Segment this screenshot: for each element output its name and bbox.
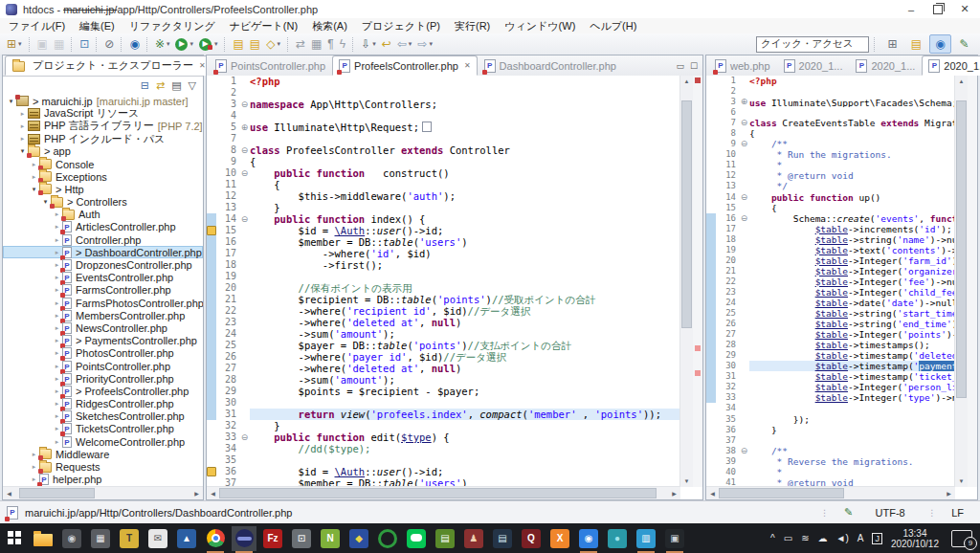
onedrive-icon[interactable]: ☁ (818, 533, 828, 543)
code-line[interactable]: 28 $table->timestamps(); (706, 340, 955, 350)
vertical-scrollbar[interactable]: ▲▼ (679, 76, 693, 487)
horizontal-scrollbar[interactable]: ◀▶ (207, 486, 680, 499)
tree-item[interactable]: ▸WelcomeController.php (3, 435, 203, 448)
remote-desktop-app[interactable]: ⊡ (289, 526, 314, 551)
mail-app[interactable]: ✉ (145, 526, 170, 551)
debug-button[interactable]: ※▾ (153, 35, 172, 53)
code-line[interactable]: 20 //保有ポイントの表示用 (207, 282, 680, 294)
code-line[interactable]: 21 $table->Integer('organizer_id')- (706, 266, 955, 276)
code-line[interactable]: 13 } (207, 202, 680, 213)
menu-item[interactable]: 検索(A) (312, 19, 347, 33)
code-line[interactable]: 2 (207, 87, 680, 99)
xampp[interactable]: X (547, 526, 572, 551)
maximize-view-icon[interactable]: ☐ (690, 61, 698, 71)
code-line[interactable]: 9⊖ /** (706, 139, 955, 149)
editor-tab[interactable]: 2020_1...✕ (922, 55, 980, 76)
show-whitespace-button[interactable]: ¶ (325, 35, 335, 53)
console-button[interactable]: ⊡ (78, 35, 91, 53)
code-line[interactable]: 1<?php (706, 76, 955, 86)
battery-icon[interactable]: ▭ (784, 533, 792, 543)
expand-arrow-icon[interactable]: ▸ (18, 135, 27, 143)
eclipse[interactable] (232, 526, 256, 551)
code-line[interactable]: 40 * (706, 467, 955, 477)
code-line[interactable]: 26 ->where('payer_id', $id)//データ選択 (207, 351, 680, 363)
expand-arrow-icon[interactable]: ▸ (30, 161, 38, 168)
collapsed-region-icon[interactable] (422, 122, 432, 132)
code-line[interactable]: 3⊖namespace App\Http\Controllers; (207, 99, 680, 110)
tree-item[interactable]: ▸> DashboardController.php (3, 246, 203, 258)
external-tools-button[interactable]: ◉ (127, 35, 141, 53)
tree-item[interactable]: ▸> ProfeelsController.php (3, 385, 203, 397)
open-php-file-button[interactable]: ▤ (231, 35, 245, 53)
back-button[interactable]: ⇦▾ (395, 35, 414, 53)
tree-item[interactable]: ▸DropzonesController.php (3, 258, 203, 271)
menu-item[interactable]: プロジェクト(P) (362, 19, 440, 33)
code-line[interactable]: 27 $table->Integer('points')->nulla (706, 329, 955, 340)
code-line[interactable]: 37 (706, 435, 955, 446)
menu-item[interactable]: 編集(E) (79, 19, 115, 33)
map-pin-app[interactable]: ◉ (576, 526, 601, 551)
tree-item[interactable]: ▸PriorityController.php (3, 372, 203, 385)
start-button[interactable] (2, 526, 27, 551)
docs-app[interactable]: ▥ (634, 526, 658, 551)
code-line[interactable]: 11 { (207, 179, 680, 190)
tree-item[interactable]: ▸RidgesController.php (3, 398, 203, 410)
line-app[interactable] (404, 526, 429, 551)
filters-icon[interactable]: ▤ (171, 80, 181, 91)
scroll-right-icon[interactable]: ▶ (190, 487, 203, 499)
scroll-down-icon[interactable]: ▼ (955, 476, 968, 487)
code-line[interactable]: 12 $this->middleware('auth'); (207, 190, 680, 202)
code-line[interactable]: 39 * Reverse the migrations. (706, 456, 955, 467)
code-line[interactable]: 7⊖class CreateEventsTable extends Migrat… (706, 118, 955, 128)
code-line[interactable]: 8⊖class ProfeelsController extends Contr… (207, 144, 680, 156)
code-line[interactable]: 38⊖ /** (706, 446, 955, 456)
code-line[interactable]: 25 $payer = DB::table('points')//支払ポイントの… (207, 340, 680, 351)
action-center-icon[interactable]: 9 (951, 530, 972, 547)
code-line[interactable]: 28 ->sum('amount'); (207, 374, 680, 386)
text-grid-app[interactable]: ▦ (88, 526, 113, 551)
tree-item[interactable]: ▸Controller.php (3, 233, 203, 246)
next-annotation-button[interactable]: ⇄ (294, 35, 307, 53)
tree-item[interactable]: ▸Middleware (3, 448, 203, 460)
tree-item[interactable]: ▸helper.php (3, 474, 203, 486)
code-line[interactable]: 35 }); (706, 414, 955, 425)
mark-occurrences-button[interactable]: ϟ (338, 35, 347, 53)
close-button[interactable]: ✕ (951, 1, 978, 17)
editor-tab[interactable]: web.php (708, 55, 777, 76)
editor-tab[interactable]: DashboardController.php (478, 55, 623, 76)
minimize-view-icon[interactable]: ▭ (676, 61, 684, 71)
code-line[interactable]: 3⊕use Illuminate\Support\Facades\Schema; (706, 97, 955, 107)
statusbar-line-ending[interactable]: LF (951, 507, 964, 519)
tree-item[interactable]: ▸FarmsController.php (3, 284, 203, 297)
code-line[interactable]: 22 ->where('recipient_id', $id)//データ選択 (207, 305, 680, 317)
fold-toggle-icon[interactable]: ⊖ (739, 139, 749, 149)
scroll-down-icon[interactable]: ▼ (680, 476, 693, 487)
skip-breakpoints-button[interactable]: ⊘ (102, 35, 116, 53)
filezilla[interactable]: Fz (260, 526, 285, 551)
code-line[interactable]: 23 $table->Integer('child_fee')->nu (706, 287, 955, 298)
code-line[interactable]: 8{ (706, 128, 955, 139)
chrome[interactable] (203, 526, 228, 551)
n-app[interactable]: N (318, 526, 343, 551)
code-line[interactable]: 6 (706, 107, 955, 118)
code-line[interactable]: 26 $table->string('end_time')->null (706, 319, 955, 329)
menu-item[interactable]: ナビゲート(N) (230, 19, 298, 33)
code-line[interactable]: 5⊕use Illuminate\Http\Request; (207, 122, 680, 133)
code-line[interactable]: 24 ->sum('amount'); (207, 328, 680, 340)
fold-toggle-icon[interactable]: ⊖ (239, 167, 250, 179)
tree-item[interactable]: ▸PhotosController.php (3, 347, 203, 360)
code-line[interactable]: 12 * @return void (706, 170, 955, 181)
expand-arrow-icon[interactable]: ▸ (18, 122, 27, 130)
search-button[interactable]: ◇▾ (264, 35, 282, 53)
php-perspective-button[interactable]: ▤ (905, 34, 927, 54)
camera-app[interactable]: ◉ (59, 526, 84, 551)
code-line[interactable]: 34 //dd($type); (207, 443, 680, 454)
code-line[interactable]: 36 $id = \Auth::user()->id; (207, 466, 680, 477)
code-line[interactable]: 22 $table->Integer('fee')->nullable (706, 276, 955, 287)
code-line[interactable]: 16 $member = DB::table('users') (207, 236, 680, 248)
expand-arrow-icon[interactable]: ▸ (18, 110, 27, 118)
code-line[interactable]: 15 $id = \Auth::user()->id; (207, 225, 680, 236)
editor-tab[interactable]: 2020_1... (849, 55, 922, 76)
tray-expand[interactable]: ^ (770, 533, 775, 543)
code-line[interactable]: 17 $table->increments('id'); (706, 224, 955, 234)
